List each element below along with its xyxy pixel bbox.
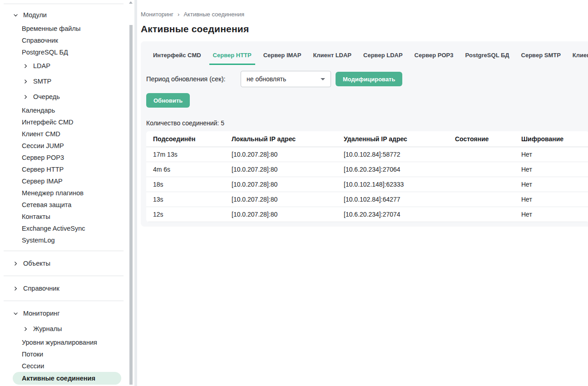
table-column-header: Состояние — [448, 131, 514, 147]
table-cell: [10.6.20.234]:27064 — [337, 162, 448, 177]
table-cell: [10.0.207.28]:80 — [225, 162, 337, 177]
sidebar-item-label: Менеджер плагинов — [22, 189, 84, 197]
table-cell: [10.0.102.84]:58772 — [337, 147, 448, 162]
table-column-header: Шифрование — [514, 131, 588, 147]
sidebar-item[interactable]: Сервер IMAP — [0, 175, 127, 187]
chevron-right-icon — [23, 94, 29, 100]
period-select[interactable]: не обновлять — [241, 71, 331, 87]
sidebar-item-label: Календарь — [22, 107, 55, 114]
sidebar-item[interactable]: Сессии — [0, 360, 127, 372]
breadcrumb-item-active-connections[interactable]: Активные соединения — [183, 11, 244, 18]
sidebar-item[interactable]: Exchange ActiveSync — [0, 223, 127, 234]
sidebar-item[interactable]: Менеджер плагинов — [0, 187, 127, 199]
sidebar-item-label: Уровни журналирования — [22, 339, 97, 346]
connections-count-value: 5 — [221, 119, 224, 127]
sidebar-group[interactable]: Модули — [0, 7, 127, 23]
sidebar-item-label: Сервер POP3 — [22, 154, 64, 161]
sidebar-item[interactable]: Справочник — [0, 35, 127, 46]
sidebar-group[interactable]: Объекты — [0, 256, 127, 271]
content-card: Интерфейс CMD Сервер HTTP Сервер IMAP Кл… — [141, 41, 588, 227]
sidebar-item-label: Интерфейс CMD — [22, 119, 73, 126]
tab[interactable]: PostgreSQL БД — [461, 47, 513, 65]
tab[interactable]: Сервер LDAP — [360, 47, 406, 65]
sidebar-item[interactable]: Потоки — [0, 348, 127, 360]
tab[interactable]: Сервер SMTP — [518, 47, 564, 65]
sidebar-item[interactable]: Сервер HTTP — [0, 163, 127, 175]
breadcrumb-item-monitoring[interactable]: Мониторинг — [141, 11, 173, 18]
dropdown-arrow-icon — [321, 78, 325, 80]
sidebar-group-label: Объекты — [23, 260, 50, 267]
period-label: Период обновления (сек): — [146, 75, 241, 83]
sidebar-item[interactable]: Календарь — [0, 104, 127, 116]
sidebar-item[interactable]: Сетевая защита — [0, 199, 127, 211]
tab-label: Интерфейс CMD — [153, 52, 201, 59]
scrollbar-thumb[interactable] — [129, 25, 133, 385]
sidebar-subgroup[interactable]: SMTP — [0, 74, 127, 89]
table-cell: [10.0.207.28]:80 — [225, 147, 337, 162]
tab[interactable]: Сервер POP3 — [411, 47, 457, 65]
tab-label: Сервер SMTP — [521, 52, 561, 59]
tab[interactable]: Сервер HTTP — [209, 47, 255, 65]
connections-table: ПодсоединёнЛокальный IP адресУдаленный I… — [146, 131, 588, 222]
table-cell: 18s — [146, 177, 225, 192]
modify-button[interactable]: Модифицировать — [336, 72, 402, 86]
sidebar-subgroup-label: Очередь — [33, 93, 60, 100]
sidebar-subgroup[interactable]: LDAP — [0, 58, 127, 74]
sidebar-group-label: Модули — [23, 11, 47, 19]
sidebar-item-label: Справочник — [22, 37, 58, 44]
sidebar-item-label: Временные файлы — [22, 25, 80, 32]
sidebar-subgroup[interactable]: Журналы — [0, 321, 127, 337]
chevron-right-icon — [13, 261, 19, 267]
sidebar-item[interactable]: SystemLog — [0, 234, 127, 246]
sidebar-item[interactable]: Временные файлы — [0, 23, 127, 35]
sidebar-item[interactable]: Сервер POP3 — [0, 152, 127, 163]
page-title: Активные соединения — [141, 24, 588, 35]
table-cell — [448, 162, 514, 177]
connections-count: Количество соединений:5 — [146, 119, 588, 127]
table-cell: Нет — [514, 192, 588, 207]
sidebar-divider — [4, 301, 124, 301]
table-cell — [448, 147, 514, 162]
sidebar-item-label: Сессии — [22, 362, 44, 370]
table-column-header: Удаленный IP адрес — [337, 131, 448, 147]
table-column-header: Локальный IP адрес — [225, 131, 337, 147]
sidebar-item-label: Exchange ActiveSync — [22, 225, 85, 232]
table-row: 12s[10.0.207.28]:80[10.6.20.234]:27074Не… — [146, 207, 588, 222]
sidebar-divider — [4, 276, 124, 276]
sidebar-item-label: Сервер IMAP — [22, 178, 63, 185]
table-cell: Нет — [514, 207, 588, 222]
scroll-up-icon[interactable] — [129, 1, 133, 4]
breadcrumb: Мониторинг › Активные соединения — [141, 11, 588, 18]
sidebar-group[interactable]: Справочник — [0, 281, 127, 296]
sidebar-item[interactable]: Сессии JUMP — [0, 140, 127, 152]
sidebar-top-divider — [4, 4, 124, 4]
sidebar-group-label: Мониторинг — [23, 310, 59, 317]
refresh-button[interactable]: Обновить — [146, 93, 190, 108]
tab-label: Сервер LDAP — [363, 52, 403, 59]
sidebar-item[interactable]: PostgreSQL БД — [0, 46, 127, 58]
chevron-right-icon — [23, 63, 29, 69]
tab[interactable]: Клиент SMTP — [569, 47, 588, 65]
app-window: Модули Временные файлы Справочник Postgr… — [0, 0, 588, 386]
sidebar-subgroup-label: SMTP — [33, 78, 51, 85]
sidebar-group[interactable]: Мониторинг — [0, 306, 127, 321]
sidebar-item[interactable]: Интерфейс CMD — [0, 116, 127, 128]
sidebar-item[interactable]: Уровни журналирования — [0, 337, 127, 348]
tab[interactable]: Сервер IMAP — [260, 47, 305, 65]
sidebar-item[interactable]: Активные соединения — [13, 372, 121, 385]
sidebar-item[interactable]: Клиент CMD — [0, 128, 127, 140]
table-cell: [10.0.207.28]:80 — [225, 207, 337, 222]
tab[interactable]: Интерфейс CMD — [149, 47, 205, 65]
sidebar-item[interactable]: Контакты — [0, 211, 127, 223]
table-cell: Нет — [514, 147, 588, 162]
sidebar-subgroup[interactable]: Очередь — [0, 89, 127, 104]
table-cell: [10.0.102.84]:64277 — [337, 192, 448, 207]
chevron-right-icon — [23, 326, 29, 332]
sidebar-item-label: Сетевая защита — [22, 201, 71, 208]
sidebar-scrollbar[interactable] — [127, 0, 134, 386]
table-cell: 13s — [146, 192, 225, 207]
table-cell: [10.6.20.234]:27074 — [337, 207, 448, 222]
connections-count-label: Количество соединений: — [146, 119, 219, 127]
table-row: 4m 6s[10.0.207.28]:80[10.6.20.234]:27064… — [146, 162, 588, 177]
tab[interactable]: Клиент LDAP — [309, 47, 355, 65]
